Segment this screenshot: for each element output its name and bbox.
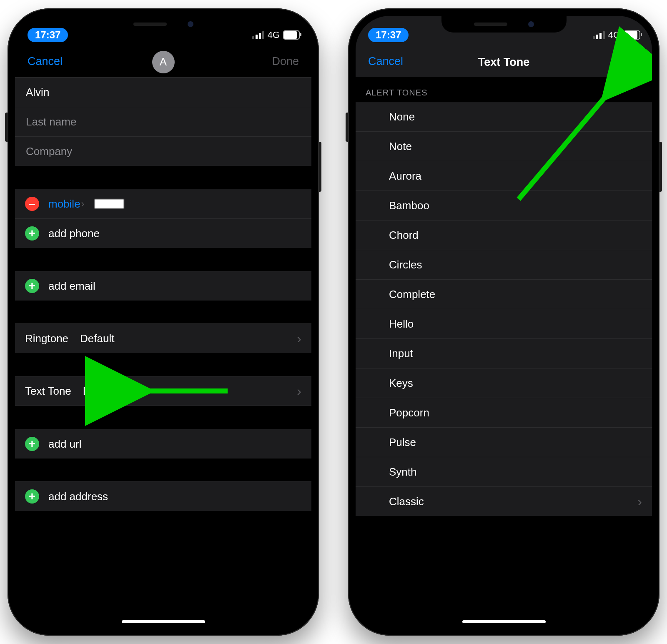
tone-label: Classic [389, 495, 424, 508]
add-url-row[interactable]: + add url [15, 429, 311, 459]
tone-label: Keys [389, 377, 413, 390]
chevron-right-icon: › [297, 383, 301, 399]
tone-label: Bamboo [389, 199, 429, 212]
tone-row[interactable]: Aurora [356, 161, 652, 191]
phone-right: 17:37 4G Cancel Text Tone Done ALERT TON… [348, 8, 659, 636]
tone-label: Circles [389, 258, 422, 271]
done-button[interactable]: Done [269, 53, 301, 70]
notch [101, 16, 226, 33]
last-name-input[interactable] [25, 115, 301, 129]
first-name-field[interactable] [15, 78, 311, 107]
status-indicators: 4G [252, 30, 300, 40]
chevron-right-icon: › [637, 494, 642, 509]
add-phone-row[interactable]: + add phone [15, 219, 311, 248]
home-indicator[interactable] [462, 620, 546, 623]
tone-label: None [389, 110, 415, 123]
avatar[interactable]: A [152, 51, 175, 73]
ringtone-label: Ringtone [25, 332, 68, 345]
add-icon[interactable]: + [25, 279, 39, 293]
add-icon[interactable]: + [25, 489, 39, 504]
add-phone-label: add phone [48, 227, 100, 240]
nav-bar: Cancel A Done [15, 47, 311, 77]
clock-pill[interactable]: 17:37 [368, 28, 409, 42]
add-icon[interactable]: + [25, 226, 39, 241]
company-input[interactable] [25, 145, 301, 158]
tone-row[interactable]: Keys [356, 368, 652, 398]
text-tone-row[interactable]: Text Tone Default › [15, 376, 311, 406]
cellular-signal-icon [593, 31, 605, 39]
section-header: ALERT TONES [356, 77, 652, 102]
tone-label: Hello [389, 318, 414, 331]
page-title: Text Tone [478, 55, 530, 68]
battery-icon [624, 30, 640, 40]
notch [441, 16, 567, 33]
status-indicators: 4G [593, 30, 640, 40]
tone-label: Pulse [389, 436, 416, 449]
text-tone-label: Text Tone [25, 385, 71, 398]
text-tone-value: Default [83, 385, 117, 398]
network-label: 4G [268, 30, 280, 40]
tone-label: Aurora [389, 170, 421, 183]
chevron-right-icon: › [297, 331, 301, 346]
tone-label: Complete [389, 288, 435, 301]
chevron-right-icon: › [81, 198, 85, 210]
tone-row[interactable]: Popcorn [356, 398, 652, 428]
screen-text-tone: 17:37 4G Cancel Text Tone Done ALERT TON… [356, 16, 652, 628]
cellular-signal-icon [252, 31, 264, 39]
tone-label: Note [389, 140, 412, 153]
tone-row[interactable]: Pulse [356, 428, 652, 457]
phone-left: 17:37 4G Cancel A Done [8, 8, 319, 636]
add-email-row[interactable]: + add email [15, 271, 311, 301]
first-name-input[interactable] [25, 85, 301, 99]
cancel-button[interactable]: Cancel [25, 53, 65, 70]
ringtone-row[interactable]: Ringtone Default › [15, 324, 311, 353]
add-address-row[interactable]: + add address [15, 482, 311, 511]
add-email-label: add email [48, 280, 95, 293]
battery-icon [283, 30, 300, 40]
last-name-field[interactable] [15, 107, 311, 137]
done-button[interactable]: Done [609, 53, 642, 70]
tone-row[interactable]: Circles [356, 250, 652, 280]
company-field[interactable] [15, 137, 311, 166]
ringtone-value: Default [80, 332, 114, 345]
add-url-label: add url [48, 438, 82, 451]
tone-label: Synth [389, 466, 417, 479]
tone-list[interactable]: ALERT TONES NoneNoteAuroraBambooChordCir… [356, 77, 652, 628]
phone-type-label[interactable]: mobile› [48, 198, 85, 210]
tone-row[interactable]: None [356, 102, 652, 132]
tone-label: Chord [389, 229, 419, 242]
phone-number[interactable] [95, 199, 124, 208]
add-icon[interactable]: + [25, 437, 39, 451]
tone-row[interactable]: Input [356, 339, 652, 368]
tone-row[interactable]: Synth [356, 457, 652, 487]
phone-row[interactable]: – mobile› [15, 189, 311, 219]
tone-row[interactable]: Bamboo [356, 191, 652, 221]
tone-label: Popcorn [389, 406, 429, 419]
cancel-button[interactable]: Cancel [366, 53, 406, 70]
network-label: 4G [608, 30, 620, 40]
tone-row[interactable]: Complete [356, 280, 652, 309]
tone-label: Input [389, 347, 413, 360]
contact-form: – mobile› + add phone + add email [15, 77, 311, 628]
add-address-label: add address [48, 490, 108, 503]
tone-row[interactable]: Note [356, 132, 652, 161]
home-indicator[interactable] [122, 620, 205, 623]
tone-row[interactable]: Chord [356, 221, 652, 250]
clock-pill[interactable]: 17:37 [28, 28, 68, 42]
tone-row[interactable]: Hello [356, 309, 652, 339]
screen-contact-edit: 17:37 4G Cancel A Done [15, 16, 311, 628]
nav-bar: Cancel Text Tone Done [356, 47, 652, 77]
tone-row[interactable]: Classic› [356, 487, 652, 516]
remove-icon[interactable]: – [25, 197, 39, 211]
